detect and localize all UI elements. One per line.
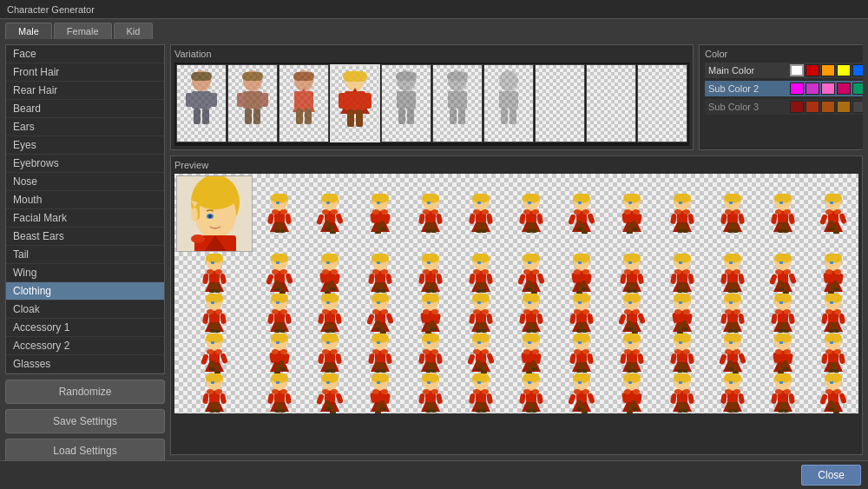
svg-rect-908 — [682, 409, 688, 413]
svg-rect-592 — [211, 341, 214, 344]
portrait-cell — [174, 174, 254, 254]
variation-item-2[interactable] — [227, 64, 278, 142]
svg-rect-942 — [830, 381, 833, 384]
randomize-button[interactable]: Randomize — [5, 380, 165, 404]
category-eyebrows[interactable]: Eyebrows — [6, 155, 164, 173]
sub-color3-row[interactable]: Sub Color 3 — [705, 99, 863, 115]
svg-point-231 — [207, 269, 214, 274]
swatch-s2-4[interactable] — [837, 83, 851, 95]
svg-rect-31 — [398, 109, 405, 124]
svg-rect-172 — [679, 202, 682, 204]
category-beard[interactable]: Beard — [6, 100, 164, 118]
sprite-cell — [808, 334, 858, 373]
sprite-cell — [657, 174, 707, 254]
svg-rect-440 — [335, 313, 342, 324]
swatch-s3-4[interactable] — [837, 101, 851, 113]
svg-rect-454 — [385, 313, 394, 324]
category-glasses[interactable]: Glasses — [6, 355, 164, 373]
svg-rect-368 — [729, 261, 733, 264]
category-mouth[interactable]: Mouth — [6, 191, 164, 209]
svg-rect-215 — [819, 214, 828, 225]
svg-rect-256 — [326, 261, 330, 264]
svg-point-876 — [582, 389, 589, 394]
category-accessory1[interactable]: Accessory 1 — [6, 319, 164, 337]
svg-rect-202 — [788, 213, 795, 224]
category-tail[interactable]: Tail — [6, 246, 164, 264]
variation-item-1[interactable] — [176, 64, 227, 142]
sprite-cell — [607, 373, 657, 413]
category-nose[interactable]: Nose — [6, 173, 164, 191]
swatch-s2-3[interactable] — [821, 83, 835, 95]
sprite-cell — [657, 294, 707, 334]
svg-rect-410 — [211, 301, 214, 304]
window-title: Character Generator — [7, 4, 95, 15]
svg-rect-271 — [368, 273, 375, 284]
sprite-cell — [758, 254, 808, 294]
tab-male[interactable]: Male — [5, 23, 52, 39]
category-eyes[interactable]: Eyes — [6, 136, 164, 155]
svg-rect-425 — [267, 313, 274, 324]
category-clothing[interactable]: Clothing — [6, 282, 164, 301]
svg-point-819 — [372, 389, 379, 394]
svg-point-77 — [322, 209, 329, 215]
variation-item-10[interactable] — [637, 64, 687, 142]
category-wing[interactable]: Wing — [6, 264, 164, 282]
category-facial-mark[interactable]: Facial Mark — [6, 209, 164, 228]
save-settings-button[interactable]: Save Settings — [5, 409, 165, 433]
swatch-s2-5[interactable] — [852, 83, 863, 95]
category-accessory2[interactable]: Accessory 2 — [6, 337, 164, 355]
svg-rect-6 — [202, 109, 209, 124]
svg-rect-865 — [526, 409, 532, 413]
tab-kid[interactable]: Kid — [114, 23, 154, 39]
sub-color2-row[interactable]: Sub Color 2 — [705, 81, 863, 96]
svg-point-483 — [473, 309, 480, 314]
main-color-row[interactable]: Main Color — [705, 63, 863, 78]
tab-female[interactable]: Female — [54, 23, 112, 39]
variation-item-3[interactable] — [279, 64, 329, 142]
svg-rect-298 — [477, 261, 481, 264]
svg-rect-412 — [220, 313, 227, 324]
swatch-s2-2[interactable] — [806, 83, 819, 95]
sprite-cell — [506, 334, 556, 373]
svg-rect-26 — [347, 109, 354, 127]
swatch-s3-1[interactable] — [790, 101, 804, 113]
swatch-s3-3[interactable] — [821, 101, 835, 113]
category-ears[interactable]: Ears — [6, 118, 164, 136]
variation-item-4[interactable] — [330, 64, 380, 142]
variation-item-9[interactable] — [586, 64, 636, 142]
swatch-white[interactable] — [790, 64, 804, 76]
svg-rect-229 — [202, 273, 209, 284]
variation-strip[interactable] — [174, 63, 689, 146]
variation-item-6[interactable] — [432, 64, 483, 142]
svg-rect-837 — [425, 409, 431, 413]
svg-point-497 — [523, 309, 530, 314]
svg-point-427 — [272, 309, 279, 314]
swatch-s2-1[interactable] — [790, 83, 804, 95]
category-cloak[interactable]: Cloak — [6, 301, 164, 319]
variation-item-7[interactable] — [483, 64, 534, 142]
category-face[interactable]: Face — [6, 45, 164, 63]
svg-rect-634 — [377, 341, 380, 344]
svg-rect-68 — [279, 229, 286, 233]
category-rear-hair[interactable]: Rear Hair — [6, 82, 164, 100]
svg-rect-656 — [431, 369, 437, 373]
swatch-s3-2[interactable] — [806, 101, 819, 113]
svg-rect-823 — [375, 411, 381, 413]
variation-item-5[interactable] — [381, 64, 431, 142]
load-settings-button[interactable]: Load Settings — [5, 439, 165, 460]
swatch-orange[interactable] — [821, 64, 835, 76]
main-color-swatches — [790, 64, 863, 76]
category-front-hair[interactable]: Front Hair — [6, 63, 164, 82]
svg-point-665 — [473, 349, 480, 354]
swatch-s3-5[interactable] — [852, 101, 863, 113]
svg-rect-557 — [727, 329, 733, 333]
svg-rect-242 — [276, 261, 279, 264]
swatch-red[interactable] — [806, 64, 819, 76]
svg-point-428 — [280, 309, 287, 314]
category-beast-ears[interactable]: Beast Ears — [6, 228, 164, 246]
svg-rect-270 — [377, 261, 380, 264]
close-button[interactable]: Close — [801, 465, 861, 486]
variation-item-8[interactable] — [535, 64, 585, 142]
swatch-yellow[interactable] — [837, 64, 851, 76]
swatch-blue[interactable] — [852, 64, 863, 76]
